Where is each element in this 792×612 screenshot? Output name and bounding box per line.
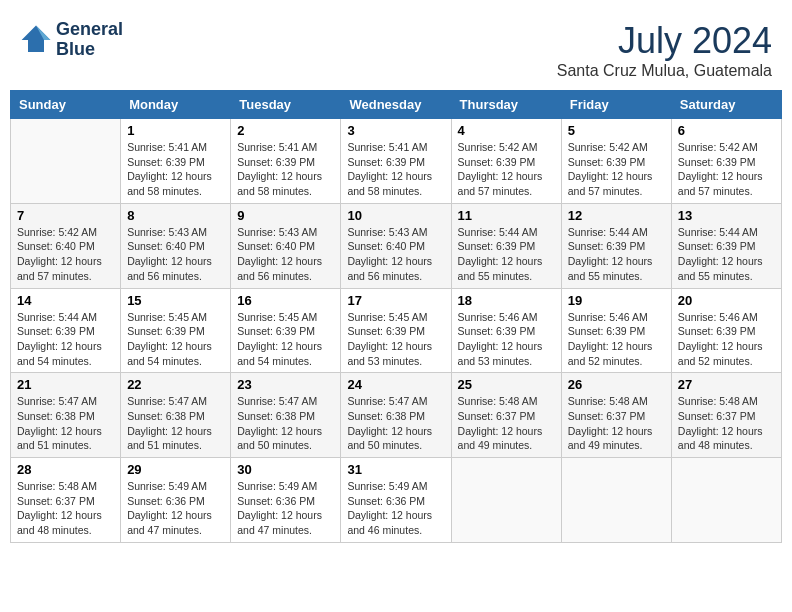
day-number: 3 — [347, 123, 444, 138]
day-info: Sunrise: 5:42 AMSunset: 6:39 PMDaylight:… — [458, 140, 555, 199]
day-number: 30 — [237, 462, 334, 477]
day-number: 24 — [347, 377, 444, 392]
calendar-cell — [451, 458, 561, 543]
calendar-cell: 15Sunrise: 5:45 AMSunset: 6:39 PMDayligh… — [121, 288, 231, 373]
calendar-cell: 24Sunrise: 5:47 AMSunset: 6:38 PMDayligh… — [341, 373, 451, 458]
weekday-header: Tuesday — [231, 91, 341, 119]
calendar-cell: 27Sunrise: 5:48 AMSunset: 6:37 PMDayligh… — [671, 373, 781, 458]
day-info: Sunrise: 5:42 AMSunset: 6:39 PMDaylight:… — [678, 140, 775, 199]
day-number: 6 — [678, 123, 775, 138]
day-number: 8 — [127, 208, 224, 223]
day-number: 11 — [458, 208, 555, 223]
calendar-cell — [561, 458, 671, 543]
weekday-header: Friday — [561, 91, 671, 119]
calendar-cell: 20Sunrise: 5:46 AMSunset: 6:39 PMDayligh… — [671, 288, 781, 373]
calendar-cell: 31Sunrise: 5:49 AMSunset: 6:36 PMDayligh… — [341, 458, 451, 543]
logo-icon — [20, 24, 52, 56]
day-info: Sunrise: 5:46 AMSunset: 6:39 PMDaylight:… — [678, 310, 775, 369]
calendar-cell: 29Sunrise: 5:49 AMSunset: 6:36 PMDayligh… — [121, 458, 231, 543]
day-info: Sunrise: 5:44 AMSunset: 6:39 PMDaylight:… — [678, 225, 775, 284]
day-number: 18 — [458, 293, 555, 308]
day-info: Sunrise: 5:47 AMSunset: 6:38 PMDaylight:… — [17, 394, 114, 453]
calendar-cell: 19Sunrise: 5:46 AMSunset: 6:39 PMDayligh… — [561, 288, 671, 373]
day-number: 14 — [17, 293, 114, 308]
day-info: Sunrise: 5:48 AMSunset: 6:37 PMDaylight:… — [17, 479, 114, 538]
calendar-cell: 16Sunrise: 5:45 AMSunset: 6:39 PMDayligh… — [231, 288, 341, 373]
calendar-week-row: 7Sunrise: 5:42 AMSunset: 6:40 PMDaylight… — [11, 203, 782, 288]
location-title: Santa Cruz Mulua, Guatemala — [557, 62, 772, 80]
day-number: 17 — [347, 293, 444, 308]
day-info: Sunrise: 5:45 AMSunset: 6:39 PMDaylight:… — [237, 310, 334, 369]
calendar-cell: 2Sunrise: 5:41 AMSunset: 6:39 PMDaylight… — [231, 119, 341, 204]
calendar-cell: 4Sunrise: 5:42 AMSunset: 6:39 PMDaylight… — [451, 119, 561, 204]
calendar-week-row: 14Sunrise: 5:44 AMSunset: 6:39 PMDayligh… — [11, 288, 782, 373]
day-number: 29 — [127, 462, 224, 477]
day-info: Sunrise: 5:44 AMSunset: 6:39 PMDaylight:… — [17, 310, 114, 369]
day-info: Sunrise: 5:41 AMSunset: 6:39 PMDaylight:… — [347, 140, 444, 199]
day-number: 15 — [127, 293, 224, 308]
logo: General Blue — [20, 20, 123, 60]
day-info: Sunrise: 5:41 AMSunset: 6:39 PMDaylight:… — [127, 140, 224, 199]
calendar-cell — [671, 458, 781, 543]
day-number: 7 — [17, 208, 114, 223]
day-number: 12 — [568, 208, 665, 223]
day-number: 27 — [678, 377, 775, 392]
weekday-header: Wednesday — [341, 91, 451, 119]
calendar-header-row: SundayMondayTuesdayWednesdayThursdayFrid… — [11, 91, 782, 119]
day-info: Sunrise: 5:49 AMSunset: 6:36 PMDaylight:… — [347, 479, 444, 538]
day-number: 22 — [127, 377, 224, 392]
calendar-cell: 6Sunrise: 5:42 AMSunset: 6:39 PMDaylight… — [671, 119, 781, 204]
day-info: Sunrise: 5:44 AMSunset: 6:39 PMDaylight:… — [568, 225, 665, 284]
calendar-table: SundayMondayTuesdayWednesdayThursdayFrid… — [10, 90, 782, 543]
day-info: Sunrise: 5:46 AMSunset: 6:39 PMDaylight:… — [458, 310, 555, 369]
day-info: Sunrise: 5:44 AMSunset: 6:39 PMDaylight:… — [458, 225, 555, 284]
day-number: 20 — [678, 293, 775, 308]
day-number: 28 — [17, 462, 114, 477]
calendar-cell: 26Sunrise: 5:48 AMSunset: 6:37 PMDayligh… — [561, 373, 671, 458]
day-number: 4 — [458, 123, 555, 138]
calendar-cell — [11, 119, 121, 204]
day-info: Sunrise: 5:48 AMSunset: 6:37 PMDaylight:… — [458, 394, 555, 453]
day-info: Sunrise: 5:45 AMSunset: 6:39 PMDaylight:… — [347, 310, 444, 369]
weekday-header: Thursday — [451, 91, 561, 119]
calendar-cell: 14Sunrise: 5:44 AMSunset: 6:39 PMDayligh… — [11, 288, 121, 373]
day-number: 9 — [237, 208, 334, 223]
calendar-cell: 23Sunrise: 5:47 AMSunset: 6:38 PMDayligh… — [231, 373, 341, 458]
day-info: Sunrise: 5:43 AMSunset: 6:40 PMDaylight:… — [237, 225, 334, 284]
calendar-cell: 10Sunrise: 5:43 AMSunset: 6:40 PMDayligh… — [341, 203, 451, 288]
day-number: 1 — [127, 123, 224, 138]
day-info: Sunrise: 5:48 AMSunset: 6:37 PMDaylight:… — [568, 394, 665, 453]
day-info: Sunrise: 5:47 AMSunset: 6:38 PMDaylight:… — [237, 394, 334, 453]
day-number: 21 — [17, 377, 114, 392]
calendar-week-row: 1Sunrise: 5:41 AMSunset: 6:39 PMDaylight… — [11, 119, 782, 204]
calendar-cell: 22Sunrise: 5:47 AMSunset: 6:38 PMDayligh… — [121, 373, 231, 458]
logo-text: General Blue — [56, 20, 123, 60]
day-info: Sunrise: 5:46 AMSunset: 6:39 PMDaylight:… — [568, 310, 665, 369]
day-info: Sunrise: 5:48 AMSunset: 6:37 PMDaylight:… — [678, 394, 775, 453]
calendar-cell: 5Sunrise: 5:42 AMSunset: 6:39 PMDaylight… — [561, 119, 671, 204]
day-info: Sunrise: 5:42 AMSunset: 6:39 PMDaylight:… — [568, 140, 665, 199]
day-number: 16 — [237, 293, 334, 308]
day-info: Sunrise: 5:47 AMSunset: 6:38 PMDaylight:… — [127, 394, 224, 453]
calendar-cell: 11Sunrise: 5:44 AMSunset: 6:39 PMDayligh… — [451, 203, 561, 288]
day-number: 23 — [237, 377, 334, 392]
day-info: Sunrise: 5:43 AMSunset: 6:40 PMDaylight:… — [127, 225, 224, 284]
calendar-cell: 7Sunrise: 5:42 AMSunset: 6:40 PMDaylight… — [11, 203, 121, 288]
calendar-cell: 13Sunrise: 5:44 AMSunset: 6:39 PMDayligh… — [671, 203, 781, 288]
page-header: General Blue July 2024 Santa Cruz Mulua,… — [10, 10, 782, 85]
weekday-header: Monday — [121, 91, 231, 119]
calendar-cell: 9Sunrise: 5:43 AMSunset: 6:40 PMDaylight… — [231, 203, 341, 288]
weekday-header: Sunday — [11, 91, 121, 119]
day-number: 10 — [347, 208, 444, 223]
day-number: 19 — [568, 293, 665, 308]
day-info: Sunrise: 5:49 AMSunset: 6:36 PMDaylight:… — [237, 479, 334, 538]
day-info: Sunrise: 5:42 AMSunset: 6:40 PMDaylight:… — [17, 225, 114, 284]
day-info: Sunrise: 5:41 AMSunset: 6:39 PMDaylight:… — [237, 140, 334, 199]
calendar-cell: 17Sunrise: 5:45 AMSunset: 6:39 PMDayligh… — [341, 288, 451, 373]
calendar-cell: 3Sunrise: 5:41 AMSunset: 6:39 PMDaylight… — [341, 119, 451, 204]
day-number: 2 — [237, 123, 334, 138]
calendar-week-row: 28Sunrise: 5:48 AMSunset: 6:37 PMDayligh… — [11, 458, 782, 543]
weekday-header: Saturday — [671, 91, 781, 119]
calendar-cell: 28Sunrise: 5:48 AMSunset: 6:37 PMDayligh… — [11, 458, 121, 543]
day-number: 26 — [568, 377, 665, 392]
